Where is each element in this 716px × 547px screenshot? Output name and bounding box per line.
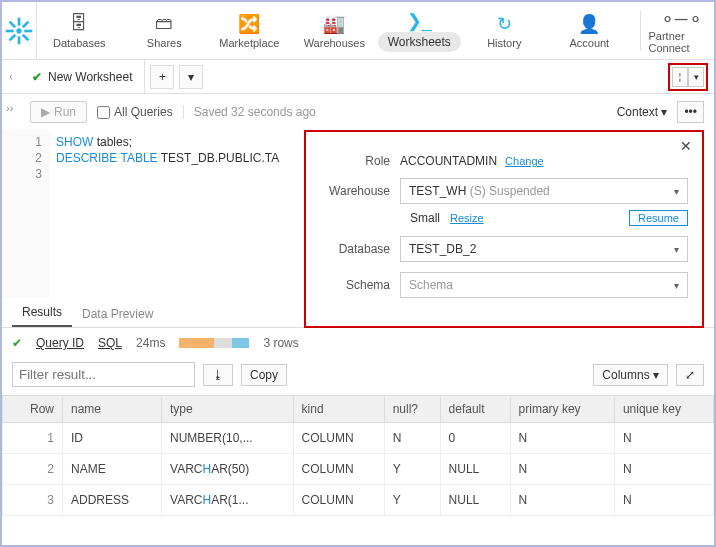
columns-button[interactable]: Columns ▾ bbox=[593, 364, 668, 386]
panel-toggle-group: ¦ ▾ bbox=[668, 63, 708, 91]
col-row[interactable]: Row bbox=[3, 396, 63, 423]
partner-icon: ⚬─⚬ bbox=[660, 8, 703, 30]
role-label: Role bbox=[320, 154, 390, 168]
resize-link[interactable]: Resize bbox=[450, 212, 484, 224]
svg-rect-7 bbox=[9, 20, 17, 28]
sql-link[interactable]: SQL bbox=[98, 336, 122, 350]
shares-icon: 🗃 bbox=[155, 13, 173, 35]
worksheets-icon: ❯_ bbox=[407, 10, 432, 32]
col-name[interactable]: name bbox=[63, 396, 162, 423]
col-pk[interactable]: primary key bbox=[510, 396, 614, 423]
success-icon: ✔ bbox=[12, 336, 22, 350]
nav-databases[interactable]: 🗄Databases bbox=[37, 2, 122, 60]
chevron-down-icon: ▾ bbox=[674, 186, 679, 197]
chevron-down-icon: ▾ bbox=[674, 244, 679, 255]
table-header-row: Row name type kind null? default primary… bbox=[3, 396, 714, 423]
snowflake-logo[interactable] bbox=[2, 2, 37, 60]
tab-menu-button[interactable]: ▾ bbox=[179, 65, 203, 89]
worksheet-tab-label: New Worksheet bbox=[48, 70, 132, 84]
context-dropdown[interactable]: Context ▾ bbox=[617, 105, 668, 119]
expand-button[interactable]: ⤢ bbox=[676, 364, 704, 386]
expand-sidebar-icon[interactable]: ›› bbox=[6, 102, 13, 114]
history-icon: ↻ bbox=[497, 13, 512, 35]
panel-menu-button[interactable]: ▾ bbox=[688, 67, 704, 87]
results-meta: ✔ Query ID SQL 24ms 3 rows bbox=[2, 328, 714, 358]
check-icon: ✔ bbox=[32, 70, 42, 84]
svg-rect-8 bbox=[22, 33, 30, 41]
database-icon: 🗄 bbox=[70, 13, 88, 35]
svg-rect-1 bbox=[18, 17, 21, 25]
svg-rect-5 bbox=[22, 20, 30, 28]
nav-worksheets[interactable]: Worksheets bbox=[378, 32, 461, 52]
table-row[interactable]: 2NAMEVARCHAR(50)COLUMNYNULLNN bbox=[3, 454, 714, 485]
close-icon[interactable]: ✕ bbox=[680, 138, 692, 154]
nav-history[interactable]: ↻History bbox=[462, 2, 547, 60]
nav-partner-connect[interactable]: ⚬─⚬Partner Connect bbox=[648, 8, 714, 54]
worksheet-tab[interactable]: ✔ New Worksheet bbox=[20, 60, 145, 93]
svg-point-0 bbox=[16, 28, 21, 33]
panel-toggle-button[interactable]: ¦ bbox=[672, 67, 688, 87]
results-table: Row name type kind null? default primary… bbox=[2, 395, 714, 516]
nav-marketplace[interactable]: 🔀Marketplace bbox=[207, 2, 292, 60]
col-default[interactable]: default bbox=[440, 396, 510, 423]
row-count: 3 rows bbox=[263, 336, 298, 350]
nav-account[interactable]: 👤Account bbox=[547, 2, 632, 60]
col-uk[interactable]: unique key bbox=[614, 396, 713, 423]
saved-status: Saved 32 seconds ago bbox=[183, 105, 316, 119]
resume-button[interactable]: Resume bbox=[629, 210, 688, 226]
top-nav: 🗄Databases 🗃Shares 🔀Marketplace 🏭Warehou… bbox=[2, 2, 714, 60]
collapse-left-icon[interactable]: ‹ bbox=[2, 71, 20, 82]
warehouse-size: Small bbox=[410, 211, 440, 225]
warehouse-label: Warehouse bbox=[320, 184, 390, 198]
context-panel: ✕ Role ACCOUNTADMINChange Warehouse TEST… bbox=[304, 130, 704, 328]
schema-select[interactable]: Schema▾ bbox=[400, 272, 688, 298]
table-row[interactable]: 1IDNUMBER(10,...COLUMNN0NN bbox=[3, 423, 714, 454]
tab-data-preview[interactable]: Data Preview bbox=[72, 301, 163, 327]
marketplace-icon: 🔀 bbox=[238, 13, 260, 35]
results-controls: ⭳ Copy Columns ▾ ⤢ bbox=[2, 358, 714, 395]
warehouse-icon: 🏭 bbox=[323, 13, 345, 35]
worksheet-toolbar: ›› ▶Run All Queries Saved 32 seconds ago… bbox=[2, 94, 714, 130]
copy-button[interactable]: Copy bbox=[241, 364, 287, 386]
col-type[interactable]: type bbox=[162, 396, 294, 423]
query-id-link[interactable]: Query ID bbox=[36, 336, 84, 350]
role-value: ACCOUNTADMIN bbox=[400, 154, 497, 168]
col-kind[interactable]: kind bbox=[293, 396, 384, 423]
download-button[interactable]: ⭳ bbox=[203, 364, 233, 386]
chevron-down-icon: ▾ bbox=[674, 280, 679, 291]
svg-rect-2 bbox=[18, 36, 21, 44]
schema-label: Schema bbox=[320, 278, 390, 292]
svg-rect-6 bbox=[9, 33, 17, 41]
account-icon: 👤 bbox=[578, 13, 600, 35]
all-queries-checkbox[interactable]: All Queries bbox=[97, 105, 173, 119]
change-role-link[interactable]: Change bbox=[505, 155, 544, 167]
more-button[interactable]: ••• bbox=[677, 101, 704, 123]
warehouse-select[interactable]: TEST_WH (S) Suspended ▾ bbox=[400, 178, 688, 204]
timing-bar bbox=[179, 338, 249, 348]
filter-input[interactable] bbox=[12, 362, 195, 387]
tab-results[interactable]: Results bbox=[12, 299, 72, 327]
play-icon: ▶ bbox=[41, 105, 50, 119]
svg-rect-3 bbox=[6, 29, 14, 32]
nav-warehouses[interactable]: 🏭Warehouses bbox=[292, 2, 377, 60]
table-row[interactable]: 3ADDRESSVARCHAR(1...COLUMNYNULLNN bbox=[3, 485, 714, 516]
divider bbox=[640, 11, 641, 51]
col-null[interactable]: null? bbox=[384, 396, 440, 423]
run-button[interactable]: ▶Run bbox=[30, 101, 87, 123]
timing: 24ms bbox=[136, 336, 165, 350]
database-label: Database bbox=[320, 242, 390, 256]
database-select[interactable]: TEST_DB_2▾ bbox=[400, 236, 688, 262]
svg-rect-4 bbox=[24, 29, 32, 32]
tab-bar: ‹ ✔ New Worksheet + ▾ ¦ ▾ bbox=[2, 60, 714, 94]
line-gutter: 123 bbox=[2, 130, 50, 298]
nav-shares[interactable]: 🗃Shares bbox=[122, 2, 207, 60]
new-tab-button[interactable]: + bbox=[150, 65, 174, 89]
